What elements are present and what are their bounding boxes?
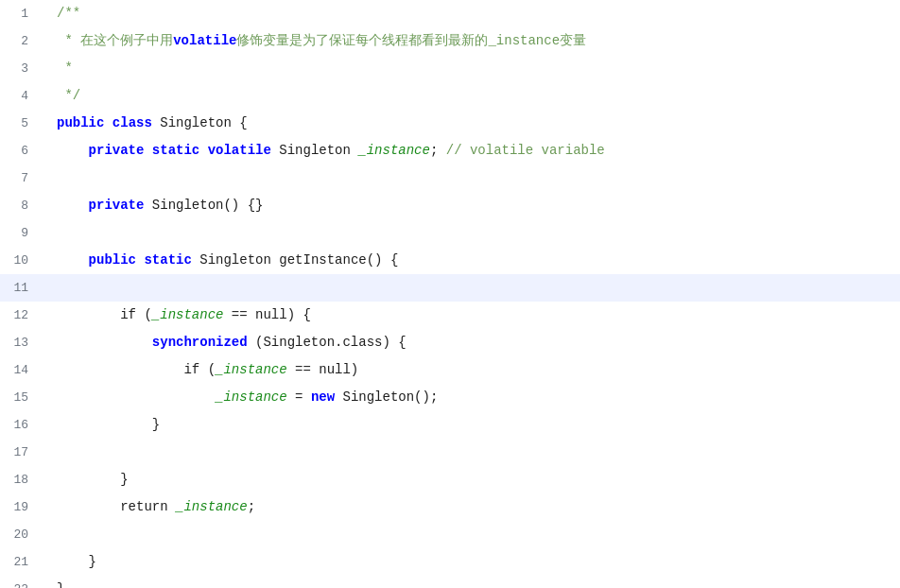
code-token: Singleton { xyxy=(152,115,248,130)
code-token: * xyxy=(57,33,80,48)
code-token xyxy=(57,252,89,268)
line-number: 22 xyxy=(0,576,36,588)
code-token xyxy=(57,335,152,350)
code-token: ; xyxy=(248,499,255,514)
line-content: * xyxy=(53,55,900,82)
code-row: 1/** xyxy=(0,0,900,27)
line-gutter xyxy=(36,247,53,274)
line-number: 8 xyxy=(0,192,36,219)
code-row: 3 * xyxy=(0,55,900,82)
line-gutter xyxy=(36,27,53,55)
code-token: if ( xyxy=(57,307,152,322)
line-content: private Singleton() {} xyxy=(53,192,900,219)
code-token xyxy=(104,115,112,130)
code-token: return xyxy=(57,499,176,514)
line-number: 19 xyxy=(0,493,36,521)
line-number: 9 xyxy=(0,219,36,247)
line-gutter xyxy=(36,329,53,356)
code-token: ; xyxy=(430,143,446,158)
code-token: volatile xyxy=(173,33,236,48)
line-gutter xyxy=(36,164,53,192)
line-content: public static Singleton getInstance() { xyxy=(53,247,900,274)
code-row: 5public class Singleton { xyxy=(0,110,900,137)
line-gutter xyxy=(36,466,53,493)
line-content: _instance = new Singleton(); xyxy=(53,384,900,411)
code-token: _instance xyxy=(358,143,430,158)
code-token: _instance xyxy=(152,307,224,322)
code-token: class xyxy=(112,115,152,130)
code-row: 10 public static Singleton getInstance()… xyxy=(0,247,900,274)
code-row: 15 _instance = new Singleton(); xyxy=(0,384,900,411)
code-row: 18 } xyxy=(0,466,900,493)
line-content: } xyxy=(53,411,900,439)
code-token: _instance xyxy=(216,389,287,405)
line-content: public class Singleton { xyxy=(53,110,900,137)
line-gutter xyxy=(36,302,53,329)
line-content xyxy=(53,164,900,192)
code-token: (Singleton.class) { xyxy=(248,335,407,350)
line-gutter xyxy=(36,356,53,384)
line-gutter xyxy=(36,521,53,548)
line-number: 6 xyxy=(0,137,36,164)
code-token: 修饰变量是为了保证每个线程都看到最新的_instance变量 xyxy=(236,33,586,48)
code-token: new xyxy=(311,389,335,405)
line-gutter xyxy=(36,110,53,137)
code-token: } xyxy=(57,581,64,588)
code-row: 13 synchronized (Singleton.class) { xyxy=(0,329,900,356)
line-gutter xyxy=(36,0,53,27)
line-number: 11 xyxy=(0,274,36,302)
line-number: 20 xyxy=(0,521,36,548)
code-row: 14 if (_instance == null) xyxy=(0,356,900,384)
line-gutter xyxy=(36,82,53,110)
line-number: 18 xyxy=(0,466,36,493)
line-content: return _instance; xyxy=(53,493,900,521)
line-gutter xyxy=(36,192,53,219)
line-number: 2 xyxy=(0,27,36,55)
line-content xyxy=(53,274,900,302)
code-lines: 1/**2 * 在这个例子中用volatile修饰变量是为了保证每个线程都看到最… xyxy=(0,0,900,588)
code-token: 在这个例子中用 xyxy=(80,33,173,48)
line-content: * 在这个例子中用volatile修饰变量是为了保证每个线程都看到最新的_ins… xyxy=(53,27,900,55)
code-token: _instance xyxy=(176,499,248,514)
line-number: 21 xyxy=(0,548,36,576)
code-token: public xyxy=(57,115,104,130)
line-gutter xyxy=(36,55,53,82)
line-number: 3 xyxy=(0,55,36,82)
line-gutter xyxy=(36,137,53,164)
line-number: 1 xyxy=(0,0,36,27)
line-number: 17 xyxy=(0,439,36,466)
code-token: */ xyxy=(57,88,80,103)
code-token: private xyxy=(89,143,145,158)
line-content: */ xyxy=(53,82,900,110)
code-row: 9 xyxy=(0,219,900,247)
line-number: 12 xyxy=(0,302,36,329)
line-gutter xyxy=(36,411,53,439)
line-number: 7 xyxy=(0,164,36,192)
code-token: == null) xyxy=(287,362,359,377)
line-gutter xyxy=(36,576,53,588)
code-token: volatile xyxy=(208,143,271,158)
code-row: 7 xyxy=(0,164,900,192)
line-number: 10 xyxy=(0,247,36,274)
code-token xyxy=(57,143,89,158)
code-token: } xyxy=(57,417,160,432)
line-content: if (_instance == null) { xyxy=(53,302,900,329)
code-row: 6 private static volatile Singleton _ins… xyxy=(0,137,900,164)
line-content: synchronized (Singleton.class) { xyxy=(53,329,900,356)
line-content xyxy=(53,521,900,548)
line-content: /** xyxy=(53,0,900,27)
line-gutter xyxy=(36,219,53,247)
line-number: 4 xyxy=(0,82,36,110)
line-gutter xyxy=(36,493,53,521)
code-token: Singleton(); xyxy=(335,389,438,405)
line-number: 13 xyxy=(0,329,36,356)
code-row: 17 xyxy=(0,439,900,466)
code-token: Singleton getInstance() { xyxy=(192,252,398,268)
line-content: private static volatile Singleton _insta… xyxy=(53,137,900,164)
code-row: 11 xyxy=(0,274,900,302)
code-token: = xyxy=(287,389,311,405)
code-token: /** xyxy=(57,6,80,21)
code-token xyxy=(144,143,151,158)
line-content: } xyxy=(53,466,900,493)
code-row: 2 * 在这个例子中用volatile修饰变量是为了保证每个线程都看到最新的_i… xyxy=(0,27,900,55)
